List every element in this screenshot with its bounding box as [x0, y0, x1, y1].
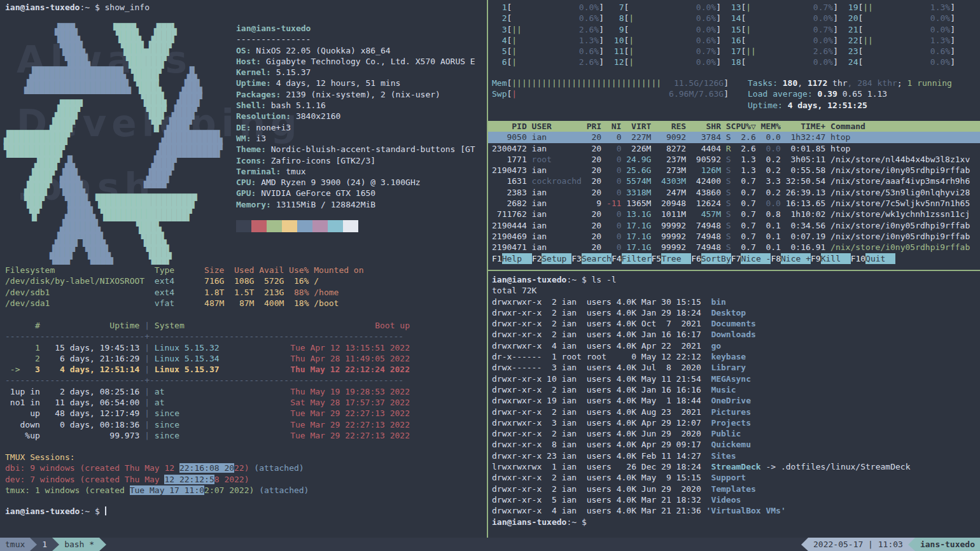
process-row[interactable]: 2300472ian200226M82724404R2.60.00:01.85h… — [488, 143, 980, 154]
fkey-kill[interactable]: F9Kill — [811, 253, 851, 264]
uptime-left: # Uptime | System — [5, 320, 185, 331]
fkey-search[interactable]: F3Search — [571, 253, 612, 264]
cpu-meters: 1[0.0%]2[0.6%]3[||2.6%]4[|1.3%]5[|0.6%]6… — [492, 2, 960, 68]
ls-row: drwxr-xr-x 2 ian users 4.0K Jun 29 2020 … — [492, 484, 980, 494]
cpu-number: 1 — [492, 2, 507, 13]
pane-shell[interactable]: ian@ians-tuxedo:~ $ ls -ltotal 72Kdrwxrw… — [488, 271, 980, 538]
process-row[interactable]: 2190471ian20017.1G9999274948S0.70.10:16.… — [488, 242, 980, 253]
column-header-virt[interactable]: VIRT — [621, 121, 651, 132]
text-segment: 99.973 — [40, 431, 144, 440]
cell-user: ian — [527, 187, 582, 198]
column-header-cmd[interactable]: Command — [825, 121, 980, 132]
cell-ni: -11 — [601, 198, 621, 209]
meter-bracket: [ — [858, 57, 863, 67]
cell-cmd: /nix/store/i0ny05rdhpi9rffab — [825, 220, 980, 231]
text-segment: 716G 108G 572G 16% / — [174, 276, 319, 286]
info-label: Memory: — [236, 200, 276, 209]
fkey-filter[interactable]: F4Filter — [612, 253, 652, 264]
cell-cmd: /nix/store/nl44b4x4bw3l8z1xv — [825, 154, 980, 165]
cell-time: 0:55.58 — [781, 165, 825, 176]
text-segment: Quickemu — [711, 440, 751, 449]
cpu-number: 18 — [726, 57, 741, 67]
neofetch-title: ian@ians-tuxedo — [236, 24, 311, 33]
column-header-time[interactable]: TIME+ — [781, 121, 825, 132]
pane-neofetch[interactable]: ian@ians-tuxedo:~ $ show_info AlwaysDeve… — [0, 0, 487, 538]
text-segment: System — [155, 321, 185, 330]
info-field: DE: none+i3 — [236, 122, 475, 133]
filesystem-line: /dev/sdb1 ext4 1.8T 1.5T 213G 88% /home — [5, 287, 364, 298]
meter-body: 0.0% — [629, 24, 716, 35]
status-left: tmux1bash * — [0, 538, 106, 551]
window-name-segment[interactable]: bash * — [59, 538, 99, 551]
meter-body: |0.7% — [746, 2, 833, 13]
text-segment: total 72K — [492, 286, 536, 295]
fkey-nice-[interactable]: F8Nice + — [771, 253, 811, 264]
column-header-user[interactable]: USER — [527, 121, 582, 132]
nixos-logo: ▗▄▄▄ ▗▄▄▄▄ ▄▄▄▖ ▜███▙ ▜███▙ ▟███▛ ▜███▙ … — [4, 17, 223, 271]
info-field: Host: Gigabyte Technology Co., Ltd. X570… — [236, 56, 475, 67]
pane-htop[interactable]: 1[0.0%]2[0.6%]3[||2.6%]4[|1.3%]5[|0.6%]6… — [488, 0, 980, 270]
process-row[interactable]: 711762ian20013.1G1011M457MS0.70.81h10:02… — [488, 209, 980, 220]
ls-row: drwxr-xr-x 5 ian users 4.0K Mar 21 18:32… — [492, 494, 980, 505]
column-header-s[interactable]: S — [721, 121, 731, 132]
column-header-mem[interactable]: MEM% — [756, 121, 781, 132]
process-row-selected[interactable]: 9050ian200227M90923784S2.60.01h32:47htop — [488, 132, 980, 143]
process-row[interactable]: 1771root20024.9G237M90592S1.30.23h05:11/… — [488, 154, 980, 165]
hostname-segment[interactable]: ians-tuxedo — [915, 538, 980, 551]
column-header-shr[interactable]: SHR — [686, 121, 721, 132]
cell-cpu: 0.7 — [731, 198, 756, 209]
text-segment: 1up in — [5, 387, 40, 396]
process-row[interactable]: 2383ian2003318M247M43860S0.70.226:39.13/… — [488, 187, 980, 198]
meter-bracket: [ — [741, 13, 746, 24]
cell-cpu: 0.7 — [731, 220, 756, 231]
fkey-sortby[interactable]: F6SortBy — [691, 253, 731, 264]
logo-line: ▟███▛ ▜██▛ ▟███▛ — [4, 106, 223, 118]
meter-bracket: ] — [599, 46, 604, 57]
fkey-setup[interactable]: F2Setup — [532, 253, 572, 264]
cpu-number: 6 — [492, 57, 507, 67]
text-segment: Linux 5.15.34 — [155, 354, 220, 363]
text-cursor — [105, 506, 106, 515]
text-segment: , 284 kthr — [848, 78, 897, 88]
fkey-help[interactable]: F1Help — [492, 253, 532, 264]
text-segment: , — [797, 78, 808, 88]
cell-cpu: 0.7 — [731, 231, 756, 242]
meter-body: 0.6% — [512, 13, 599, 24]
tmux-session-line: dev: 7 windows (created Thu May 12 22:12… — [5, 474, 309, 485]
text-segment: ▝▀▀▀ ▀▀▀▀▘ — [4, 257, 151, 272]
ls-row: drwxr-xr-x 2 ian users 4.0K Jun 29 2020 … — [492, 428, 980, 439]
cell-cpu: 0.7 — [731, 176, 756, 186]
column-header-cpu[interactable]: CPU%▽ — [731, 121, 756, 132]
cpu-meter: 6[|2.6%] — [492, 57, 604, 67]
cell-virt: 25.6G — [621, 165, 651, 176]
fkey-tree[interactable]: F5Tree — [652, 253, 692, 264]
shell-prompt-active[interactable]: ian@ians-tuxedo:~ $ — [5, 506, 106, 517]
window-index-segment[interactable]: 1 — [37, 538, 52, 551]
swap-meter: Swp[|6.96M/7.63G] — [492, 88, 729, 99]
process-table-header[interactable]: PIDUSERPRINIVIRTRESSHRSCPU%▽MEM%TIME+Com… — [488, 121, 980, 132]
process-row[interactable]: 2682ian9-111365M2094812624S0.70.016:13.6… — [488, 198, 980, 209]
session-name-segment[interactable]: tmux — [0, 538, 30, 551]
cell-cpu: 1.3 — [731, 165, 756, 176]
uptime-line: no1 in 11 days, 06:54:00 | atSat May 28 … — [5, 397, 410, 408]
fkey-nice-[interactable]: F7Nice - — [731, 253, 771, 264]
column-header-pri[interactable]: PRI — [582, 121, 601, 132]
date-time-segment[interactable]: 2022-05-17 | 11:03 — [808, 538, 908, 551]
uptime-line: up 48 days, 12:17:49 | sinceTue Mar 29 2… — [5, 408, 410, 419]
cpu-percent: 0.6% — [579, 46, 599, 57]
cpu-meter: 5[|0.6%] — [492, 46, 604, 57]
process-row[interactable]: 2190444ian20017.1G9999274948S0.70.10:34.… — [488, 220, 980, 231]
cpu-number: 17 — [726, 46, 741, 57]
cpu-percent: 1.3% — [930, 35, 950, 46]
cell-ni: 0 — [601, 154, 621, 165]
terminal-color-swatches — [236, 220, 475, 232]
fkey-quit[interactable]: F10Quit — [851, 253, 895, 264]
meter-bracket: ] — [724, 88, 729, 99]
process-row[interactable]: 1631cockroachd2005574M4303M42400S0.73.33… — [488, 176, 980, 186]
column-header-ni[interactable]: NI — [601, 121, 621, 132]
process-row[interactable]: 2190469ian20017.1G9999274948S0.70.10:07.… — [488, 231, 980, 242]
cpu-number: 13 — [726, 2, 741, 13]
column-header-res[interactable]: RES — [651, 121, 686, 132]
column-header-pid[interactable]: PID — [492, 121, 527, 132]
process-row[interactable]: 2190473ian20025.6G273M126MS1.30.20:55.58… — [488, 165, 980, 176]
